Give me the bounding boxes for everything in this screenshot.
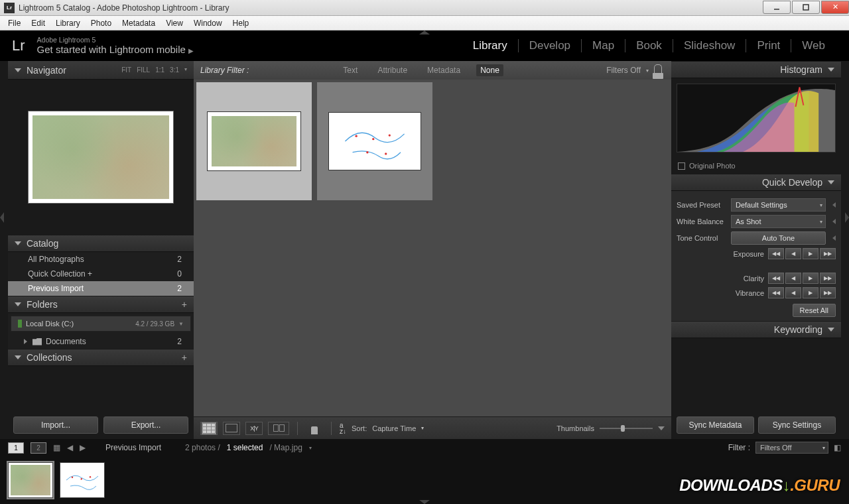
- folder-row[interactable]: Documents 2: [8, 334, 194, 349]
- lock-icon[interactable]: [654, 64, 665, 76]
- step-down[interactable]: ◀: [785, 248, 801, 259]
- step-down[interactable]: ◀: [785, 273, 801, 284]
- zoom-3to1[interactable]: 3:1: [170, 66, 179, 74]
- filmstrip-thumb[interactable]: [8, 462, 53, 498]
- white-balance-select[interactable]: As Shot▾: [731, 215, 826, 228]
- second-window-button[interactable]: 2: [31, 442, 46, 454]
- grid-icon[interactable]: ▦: [53, 443, 60, 452]
- grid-cell[interactable]: [196, 82, 312, 200]
- view-loupe-button[interactable]: [223, 422, 240, 435]
- step-up[interactable]: ▶: [803, 248, 818, 259]
- filmstrip-thumb[interactable]: [60, 462, 105, 498]
- top-panel-reveal-icon[interactable]: [419, 31, 430, 34]
- menu-edit[interactable]: Edit: [26, 17, 50, 29]
- zoom-1to1[interactable]: 1:1: [155, 66, 164, 74]
- sort-direction-button[interactable]: az↓: [340, 422, 346, 434]
- auto-tone-button[interactable]: Auto Tone: [731, 231, 826, 245]
- clarity-steppers: ◀◀ ◀ ▶ ▶▶: [768, 273, 836, 284]
- thumbnail-size-slider[interactable]: [600, 428, 653, 429]
- breadcrumb-source[interactable]: Previous Import: [105, 443, 161, 452]
- back-icon[interactable]: ◀: [67, 443, 73, 452]
- filter-switch-icon[interactable]: ◧: [834, 443, 841, 452]
- navigator-preview[interactable]: [8, 80, 194, 235]
- volume-row[interactable]: Local Disk (C:) 4.2 / 29.3 GB ▼: [11, 316, 191, 332]
- step-big-down[interactable]: ◀◀: [768, 273, 784, 284]
- maximize-button[interactable]: [792, 1, 820, 14]
- menu-library[interactable]: Library: [50, 17, 86, 29]
- module-print[interactable]: Print: [746, 39, 791, 52]
- minimize-button[interactable]: [763, 1, 791, 14]
- zoom-fill[interactable]: FILL: [137, 66, 150, 74]
- bottom-panel-reveal-icon[interactable]: [419, 500, 430, 504]
- step-down[interactable]: ◀: [785, 287, 801, 298]
- step-big-up[interactable]: ▶▶: [820, 273, 836, 284]
- sort-menu-icon[interactable]: ▾: [421, 425, 424, 431]
- add-folder-icon[interactable]: +: [182, 299, 187, 310]
- menu-window[interactable]: Window: [188, 17, 228, 29]
- menu-file[interactable]: File: [3, 17, 26, 29]
- left-panel-reveal-icon[interactable]: [0, 212, 4, 223]
- collections-header[interactable]: Collections +: [8, 349, 194, 366]
- sync-metadata-button[interactable]: Sync Metadata: [677, 416, 754, 434]
- module-slideshow[interactable]: Slideshow: [673, 39, 746, 52]
- catalog-item-quick[interactable]: Quick Collection +0: [8, 267, 194, 281]
- module-develop[interactable]: Develop: [519, 39, 581, 52]
- step-big-down[interactable]: ◀◀: [768, 287, 784, 298]
- reset-all-button[interactable]: Reset All: [793, 304, 836, 317]
- original-photo-toggle[interactable]: Original Photo: [671, 158, 841, 174]
- menu-metadata[interactable]: Metadata: [117, 17, 161, 29]
- close-button[interactable]: ✕: [821, 1, 849, 14]
- disclosure-icon[interactable]: [832, 202, 836, 208]
- module-library[interactable]: Library: [462, 39, 518, 52]
- module-book[interactable]: Book: [625, 39, 673, 52]
- filters-status[interactable]: Filters Off: [606, 66, 641, 75]
- module-web[interactable]: Web: [791, 39, 836, 52]
- step-big-up[interactable]: ▶▶: [820, 248, 836, 259]
- histogram-chart[interactable]: [677, 84, 836, 153]
- add-collection-icon[interactable]: +: [182, 352, 187, 363]
- painter-tool-button[interactable]: [306, 422, 323, 435]
- step-up[interactable]: ▶: [803, 273, 818, 284]
- saved-preset-select[interactable]: Default Settings▾: [731, 198, 826, 212]
- menu-photo[interactable]: Photo: [86, 17, 117, 29]
- catalog-item-all[interactable]: All Photographs2: [8, 252, 194, 267]
- grid-cell[interactable]: [317, 82, 432, 200]
- import-button[interactable]: Import...: [13, 416, 98, 434]
- chevron-down-icon[interactable]: ▾: [309, 445, 312, 451]
- catalog-item-previous-import[interactable]: Previous Import2: [8, 281, 194, 296]
- identity-text[interactable]: Adobe Lightroom 5 Get started with Light…: [37, 36, 462, 55]
- right-panel-reveal-icon[interactable]: [845, 212, 849, 223]
- disclosure-icon[interactable]: [832, 219, 836, 224]
- disclosure-icon[interactable]: [832, 235, 836, 241]
- menu-help[interactable]: Help: [228, 17, 255, 29]
- histogram-header[interactable]: Histogram: [671, 61, 841, 78]
- module-map[interactable]: Map: [582, 39, 625, 52]
- sort-value[interactable]: Capture Time: [372, 424, 416, 432]
- main-window-button[interactable]: 1: [8, 442, 24, 454]
- zoom-more-icon[interactable]: ▾: [184, 66, 187, 74]
- step-big-down[interactable]: ◀◀: [768, 248, 784, 259]
- filter-tab-text[interactable]: Text: [339, 64, 361, 76]
- navigator-header[interactable]: Navigator FIT FILL 1:1 3:1 ▾: [8, 61, 194, 80]
- catalog-header[interactable]: Catalog: [8, 235, 194, 252]
- view-grid-button[interactable]: [200, 422, 218, 435]
- menu-view[interactable]: View: [161, 17, 188, 29]
- zoom-fit[interactable]: FIT: [121, 66, 131, 74]
- filter-tab-metadata[interactable]: Metadata: [423, 64, 464, 76]
- grid-view[interactable]: [194, 80, 671, 416]
- sync-settings-button[interactable]: Sync Settings: [758, 416, 836, 434]
- keywording-header[interactable]: Keywording: [671, 321, 841, 338]
- filter-tab-attribute[interactable]: Attribute: [373, 64, 411, 76]
- filter-preset-select[interactable]: Filters Off▾: [755, 442, 828, 454]
- chevron-down-icon[interactable]: ▾: [646, 68, 649, 74]
- quick-develop-header[interactable]: Quick Develop: [671, 174, 841, 191]
- export-button[interactable]: Export...: [103, 416, 188, 434]
- step-big-up[interactable]: ▶▶: [820, 287, 836, 298]
- folders-header[interactable]: Folders +: [8, 296, 194, 313]
- view-survey-button[interactable]: [268, 422, 289, 435]
- filter-tab-none[interactable]: None: [476, 64, 503, 76]
- forward-icon[interactable]: ▶: [80, 443, 86, 452]
- view-compare-button[interactable]: X|Y: [245, 422, 263, 435]
- toolbar-menu-icon[interactable]: [658, 426, 665, 430]
- step-up[interactable]: ▶: [803, 287, 818, 298]
